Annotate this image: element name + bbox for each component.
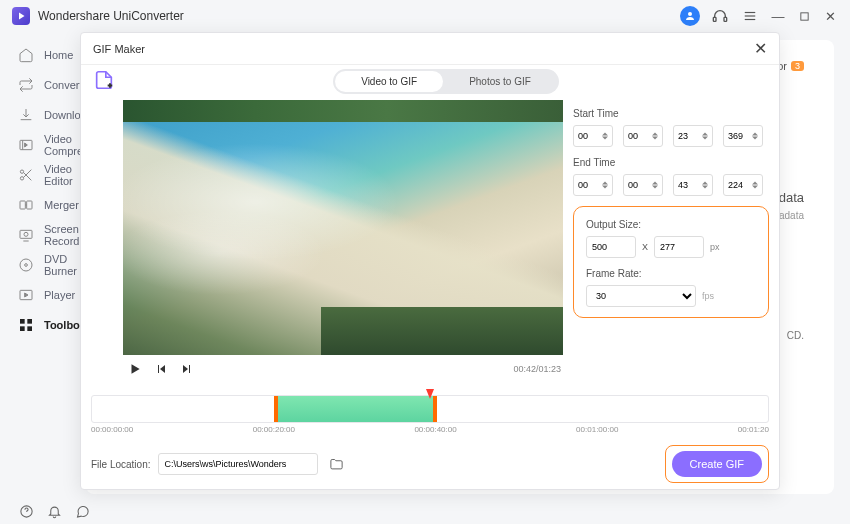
svg-rect-17: [20, 319, 25, 324]
app-title: Wondershare UniConverter: [38, 9, 680, 23]
merger-icon: [18, 197, 34, 213]
svg-rect-12: [20, 230, 32, 238]
tab-photos-to-gif[interactable]: Photos to GIF: [443, 71, 557, 92]
output-settings-highlight: Output Size: X px Frame Rate: 30 fps: [573, 206, 769, 318]
home-icon: [18, 47, 34, 63]
start-time-label: Start Time: [573, 108, 769, 119]
gif-maker-modal: GIF Maker ✕ Video to GIF Photos to GIF: [80, 32, 780, 490]
sidebar-item-downloader[interactable]: Downloader: [0, 100, 86, 130]
footer: [0, 498, 90, 524]
timeline[interactable]: 00:00:00:00 00:00:20:00 00:00:40:00 00:0…: [91, 387, 769, 437]
player-icon: [18, 287, 34, 303]
end-time-label: End Time: [573, 157, 769, 168]
background-text: data: [779, 190, 804, 205]
svg-rect-18: [27, 319, 32, 324]
start-seconds-stepper[interactable]: [673, 125, 713, 147]
user-avatar[interactable]: [680, 6, 700, 26]
start-ms-stepper[interactable]: [723, 125, 763, 147]
add-file-button[interactable]: [91, 67, 117, 93]
sidebar-item-dvd-burner[interactable]: DVD Burner: [0, 250, 86, 280]
start-hours-stepper[interactable]: [573, 125, 613, 147]
mode-tabs: Video to GIF Photos to GIF: [123, 69, 769, 94]
end-hours-stepper[interactable]: [573, 174, 613, 196]
menu-icon[interactable]: [740, 6, 760, 26]
svg-rect-1: [713, 17, 716, 21]
toolbox-icon: [18, 317, 34, 333]
px-label: px: [710, 242, 720, 252]
window-maximize[interactable]: [796, 8, 812, 24]
end-ms-stepper[interactable]: [723, 174, 763, 196]
end-minutes-stepper[interactable]: [623, 174, 663, 196]
output-height-input[interactable]: [654, 236, 704, 258]
compress-icon: [18, 137, 34, 153]
framerate-select[interactable]: 30: [586, 285, 696, 307]
next-frame-button[interactable]: [177, 359, 197, 379]
scissors-icon: [18, 167, 34, 183]
headset-icon[interactable]: [710, 6, 730, 26]
framerate-label: Frame Rate:: [586, 268, 756, 279]
svg-point-15: [25, 264, 28, 267]
svg-rect-10: [20, 201, 25, 209]
svg-rect-19: [20, 326, 25, 331]
sidebar-item-video-compressor[interactable]: Video Compressor: [0, 130, 86, 160]
app-logo: [12, 7, 30, 25]
tab-video-to-gif[interactable]: Video to GIF: [335, 71, 443, 92]
create-gif-button[interactable]: Create GIF: [672, 451, 762, 477]
bell-icon[interactable]: [46, 503, 62, 519]
svg-rect-11: [27, 201, 32, 209]
modal-title: GIF Maker: [93, 43, 754, 55]
modal-close-button[interactable]: ✕: [754, 39, 767, 58]
start-time-inputs: [573, 125, 769, 147]
prev-frame-button[interactable]: [151, 359, 171, 379]
sidebar-item-label: Merger: [44, 199, 79, 211]
notification-badge: 3: [791, 61, 804, 71]
sidebar-item-player[interactable]: Player: [0, 280, 86, 310]
fps-label: fps: [702, 291, 714, 301]
window-minimize[interactable]: —: [770, 8, 786, 24]
modal-header: GIF Maker ✕: [81, 33, 779, 65]
play-button[interactable]: [125, 359, 145, 379]
window-close[interactable]: ✕: [822, 8, 838, 24]
video-preview[interactable]: [123, 100, 563, 355]
sidebar-item-merger[interactable]: Merger: [0, 190, 86, 220]
bottom-row: File Location: Create GIF: [91, 437, 769, 489]
svg-rect-6: [800, 12, 807, 19]
size-separator: X: [642, 242, 648, 252]
sidebar-item-label: Player: [44, 289, 75, 301]
svg-rect-2: [724, 17, 727, 21]
end-seconds-stepper[interactable]: [673, 174, 713, 196]
sidebar-item-screen-recorder[interactable]: Screen Recorder: [0, 220, 86, 250]
feedback-icon[interactable]: [74, 503, 90, 519]
output-size-label: Output Size:: [586, 219, 756, 230]
sidebar-item-video-editor[interactable]: Video Editor: [0, 160, 86, 190]
timeline-clip[interactable]: [274, 396, 437, 422]
help-icon[interactable]: [18, 503, 34, 519]
sidebar-item-home[interactable]: Home: [0, 40, 86, 70]
titlebar-actions: — ✕: [680, 6, 838, 26]
sidebar-item-toolbox[interactable]: Toolbox: [0, 310, 86, 340]
sidebar-item-converter[interactable]: Converter: [0, 70, 86, 100]
file-location-input[interactable]: [158, 453, 318, 475]
svg-point-9: [20, 177, 23, 180]
background-text: CD.: [787, 330, 804, 341]
recorder-icon: [18, 227, 34, 243]
sidebar-item-label: Home: [44, 49, 73, 61]
file-location-label: File Location:: [91, 459, 150, 470]
download-icon: [18, 107, 34, 123]
disc-icon: [18, 257, 34, 273]
browse-folder-button[interactable]: [326, 454, 346, 474]
titlebar: Wondershare UniConverter — ✕: [0, 0, 850, 32]
start-minutes-stepper[interactable]: [623, 125, 663, 147]
sidebar: Home Converter Downloader Video Compress…: [0, 32, 86, 498]
svg-point-0: [688, 12, 692, 16]
output-width-input[interactable]: [586, 236, 636, 258]
playback-time: 00:42/01:23: [513, 364, 561, 374]
svg-rect-20: [27, 326, 32, 331]
svg-point-13: [24, 232, 28, 236]
svg-point-8: [20, 170, 23, 173]
svg-point-14: [20, 259, 32, 271]
converter-icon: [18, 77, 34, 93]
timeline-ticks: 00:00:00:00 00:00:20:00 00:00:40:00 00:0…: [91, 425, 769, 434]
playback-controls: 00:42/01:23: [123, 355, 563, 383]
end-time-inputs: [573, 174, 769, 196]
